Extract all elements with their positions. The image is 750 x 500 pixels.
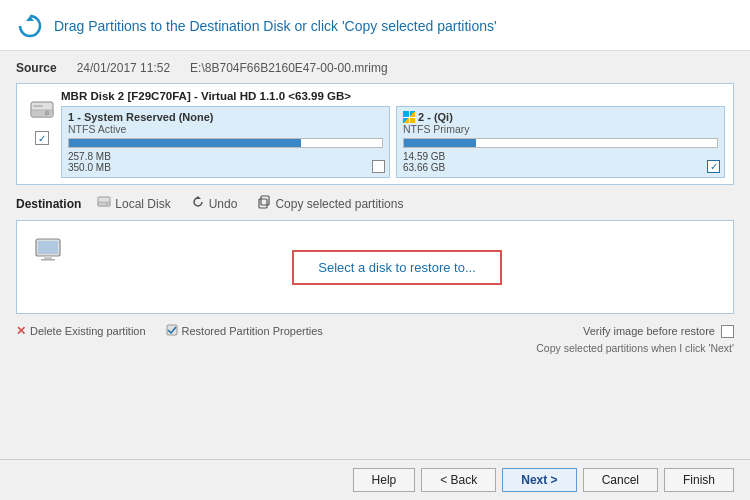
svg-rect-9 [259,199,267,208]
hdd-small-icon [97,195,111,212]
undo-icon [191,195,205,212]
partition-2-name: 2 - (Qi) [403,111,718,123]
source-date: 24/01/2017 11:52 [77,61,170,75]
partition-1-bar-fill [69,139,301,147]
options-row: ✕ Delete Existing partition Restored Par… [16,322,734,340]
footer: Help < Back Next > Cancel Finish [0,459,750,500]
partition-1-checkbox[interactable] [372,160,385,173]
partition-2-bar [403,138,718,148]
next-button[interactable]: Next > [502,468,576,492]
partition-1: 1 - System Reserved (None) NTFS Active 2… [61,106,390,178]
svg-point-7 [106,203,108,205]
dest-disk-section: Select a disk to restore to... [25,227,725,307]
header-title: Drag Partitions to the Destination Disk … [54,18,497,34]
props-check-icon [166,324,178,338]
verify-option: Verify image before restore [583,325,734,338]
copy-partitions-btn[interactable]: Copy selected partitions [257,195,403,212]
undo-btn[interactable]: Undo [191,195,238,212]
dest-row: Destination Local Disk [16,195,734,212]
partition-1-sizes: 257.8 MB 350.0 MB [68,151,383,173]
help-button[interactable]: Help [353,468,416,492]
source-checkbox[interactable]: ✓ [35,131,49,145]
windows-icon [403,111,415,123]
partition-1-name: 1 - System Reserved (None) [68,111,383,123]
partition-1-fs: NTFS Active [68,123,383,135]
svg-rect-10 [261,196,269,205]
content-area: Source 24/01/2017 11:52 E:\8B704F66B2160… [0,51,750,459]
source-icon-col: ✓ [25,90,61,145]
source-panel: ✓ MBR Disk 2 [F29C70FA] - Virtual HD 1.1… [16,83,734,185]
dest-label: Destination [16,197,81,211]
source-row: Source 24/01/2017 11:52 E:\8B704F66B2160… [16,61,734,75]
partition-2-sizes: 14.59 GB 63.66 GB [403,151,718,173]
partition-2-bar-fill [404,139,476,147]
refresh-icon [16,12,44,40]
svg-rect-6 [98,202,110,206]
bottom-options-wrapper: ✕ Delete Existing partition Restored Par… [16,322,734,354]
source-panel-inner: MBR Disk 2 [F29C70FA] - Virtual HD 1.1.0… [61,90,725,178]
dest-panel: Select a disk to restore to... [16,220,734,314]
svg-rect-14 [41,259,55,261]
copy-note: Copy selected partitions when I click 'N… [16,342,734,354]
source-label: Source [16,61,57,75]
disk-title: MBR Disk 2 [F29C70FA] - Virtual HD 1.1.0… [61,90,725,102]
partition-2: 2 - (Qi) NTFS Primary 14.59 GB 63.66 GB [396,106,725,178]
back-button[interactable]: < Back [421,468,496,492]
hard-disk-icon [29,96,55,125]
dest-main: Select a disk to restore to... [69,227,725,307]
main-container: Drag Partitions to the Destination Disk … [0,0,750,500]
delete-existing-option: ✕ Delete Existing partition [16,324,146,338]
partitions-row: 1 - System Reserved (None) NTFS Active 2… [61,106,725,178]
dest-actions: Local Disk Undo [97,195,734,212]
svg-rect-13 [44,256,52,259]
cancel-button[interactable]: Cancel [583,468,658,492]
source-file: E:\8B704F66B2160E47-00-00.mrimg [190,61,387,75]
restored-props-option: Restored Partition Properties [166,324,323,338]
source-wrapper: ✓ MBR Disk 2 [F29C70FA] - Virtual HD 1.1… [25,90,725,178]
verify-checkbox[interactable] [721,325,734,338]
svg-rect-12 [38,241,58,254]
svg-marker-8 [195,196,201,199]
svg-rect-4 [33,105,43,107]
select-disk-button[interactable]: Select a disk to restore to... [292,250,502,285]
header: Drag Partitions to the Destination Disk … [0,0,750,51]
dest-icon-col [25,227,69,274]
finish-button[interactable]: Finish [664,468,734,492]
partition-2-checkbox[interactable]: ✓ [707,160,720,173]
partition-2-fs: NTFS Primary [403,123,718,135]
partition-1-bar [68,138,383,148]
delete-x-icon: ✕ [16,324,26,338]
footer-buttons: Help < Back Next > Cancel Finish [353,468,734,492]
monitor-icon [33,235,63,265]
svg-point-3 [45,111,49,115]
local-disk-btn[interactable]: Local Disk [97,195,170,212]
copy-icon [257,195,271,212]
svg-rect-2 [31,110,53,117]
